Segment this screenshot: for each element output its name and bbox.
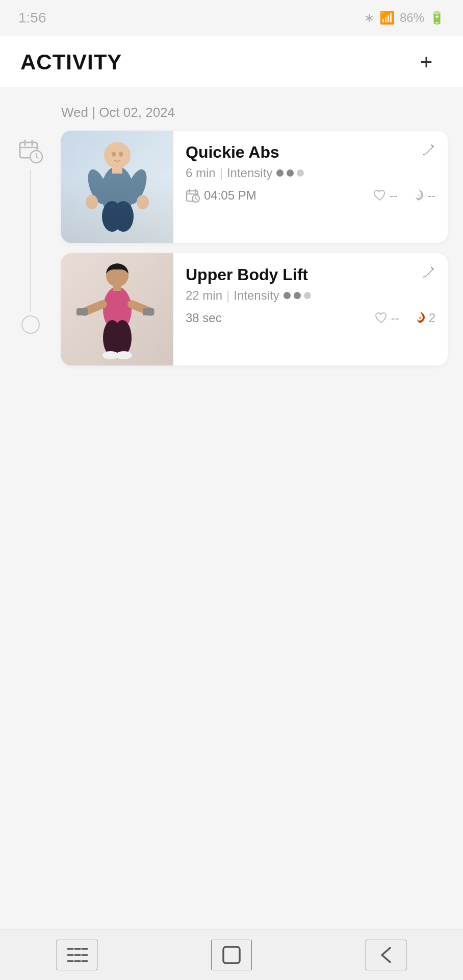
calories-1: -- [413, 188, 435, 203]
separator-1: | [220, 166, 223, 180]
card-content-1: Quickie Abs 6 min | Intensity [61, 131, 448, 243]
svg-point-15 [113, 201, 134, 232]
intensity-dot-1-2 [287, 169, 294, 177]
workout-meta-1: 6 min | Intensity [186, 166, 435, 180]
svg-rect-31 [76, 308, 88, 315]
page-title: ACTIVITY [20, 50, 122, 75]
date-header: Wed | Oct 02, 2024 [0, 100, 463, 131]
workout-card-upper-body: Upper Body Lift 22 min | Intensity [61, 253, 448, 365]
workout-title-1: Quickie Abs [186, 143, 410, 162]
separator-2: | [226, 288, 229, 303]
workout-time-value-1: 04:05 PM [204, 188, 256, 203]
edit-button-1[interactable] [418, 140, 439, 160]
nav-menu-button[interactable] [57, 940, 97, 970]
cards-container: Quickie Abs 6 min | Intensity [61, 131, 448, 365]
intensity-dot-2-3 [304, 292, 311, 299]
svg-point-12 [86, 195, 98, 209]
calories-value-2: 2 [429, 311, 435, 325]
nav-home-button[interactable] [211, 940, 252, 970]
calendar-clock-icon [15, 136, 46, 166]
calories-2: 2 [415, 311, 435, 325]
workout-card-quickie-abs: Quickie Abs 6 min | Intensity [61, 131, 448, 243]
workout-image-abs [61, 131, 173, 243]
status-bar: 1:56 ∗ 📶 86% 🔋 [0, 0, 463, 36]
workout-meta-2: 22 min | Intensity [186, 288, 435, 303]
bottom-nav [0, 929, 463, 980]
battery-icon: 🔋 [429, 11, 445, 25]
heart-rate-1: -- [373, 188, 398, 203]
svg-point-17 [112, 152, 116, 157]
intensity-dot-1-1 [276, 169, 284, 177]
svg-point-9 [101, 166, 134, 217]
intensity-dot-2-1 [284, 292, 291, 299]
intensity-dots-2 [284, 292, 311, 299]
workout-title-2: Upper Body Lift [186, 265, 410, 284]
battery-percent: 86% [400, 11, 424, 25]
card-stats-1: 04:05 PM -- [186, 188, 435, 203]
workout-duration-1: 6 min [186, 166, 216, 180]
main-content: Wed | Oct 02, 2024 [0, 87, 463, 929]
timeline-line [30, 169, 31, 312]
intensity-dot-2-2 [294, 292, 301, 299]
intensity-label-2: Intensity [234, 288, 279, 303]
svg-rect-37 [113, 283, 121, 291]
workout-time-value-2: 38 sec [186, 311, 222, 325]
svg-point-18 [119, 152, 123, 157]
timeline-container: Quickie Abs 6 min | Intensity [0, 131, 463, 365]
heart-rate-2: -- [375, 311, 399, 325]
intensity-dots-1 [276, 169, 304, 177]
nav-back-button[interactable] [366, 940, 406, 970]
status-time: 1:56 [18, 10, 46, 26]
workout-image-lift [61, 253, 173, 365]
heart-rate-value-1: -- [390, 188, 398, 203]
svg-rect-16 [112, 164, 122, 174]
intensity-label-1: Intensity [227, 166, 272, 180]
heart-rate-value-2: -- [391, 311, 399, 325]
edit-button-2[interactable] [418, 262, 439, 283]
left-icons [15, 131, 46, 334]
workout-duration-2: 22 min [186, 288, 222, 303]
svg-rect-47 [223, 947, 240, 963]
status-icons: ∗ 📶 86% 🔋 [364, 11, 445, 25]
card-info-2: Upper Body Lift 22 min | Intensity [173, 253, 448, 365]
card-content-2: Upper Body Lift 22 min | Intensity [61, 253, 448, 365]
svg-rect-32 [143, 308, 154, 315]
timeline-circle [21, 315, 40, 334]
svg-point-36 [116, 351, 132, 359]
card-info-1: Quickie Abs 6 min | Intensity [173, 131, 448, 243]
bluetooth-icon: ∗ [364, 11, 374, 25]
workout-time-2: 38 sec [186, 311, 222, 325]
workout-time-1: 04:05 PM [186, 188, 256, 203]
svg-point-14 [102, 201, 122, 232]
calories-value-1: -- [427, 188, 435, 203]
wifi-icon: 📶 [379, 11, 395, 25]
intensity-dot-1-3 [297, 169, 304, 177]
app-header: ACTIVITY + [0, 36, 463, 87]
svg-point-13 [137, 195, 149, 209]
add-activity-button[interactable]: + [410, 46, 443, 79]
card-stats-2: 38 sec -- [186, 311, 435, 325]
svg-point-34 [113, 320, 132, 356]
